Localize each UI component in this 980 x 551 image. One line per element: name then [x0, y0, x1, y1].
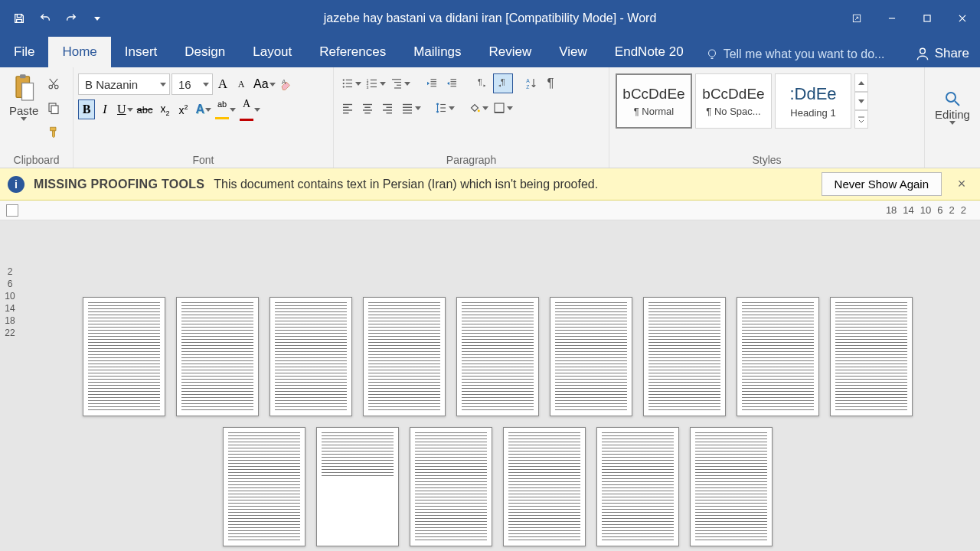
decrease-indent-button[interactable] — [423, 73, 441, 93]
strikethrough-button[interactable]: abc — [135, 99, 155, 119]
ltr-direction-button[interactable]: ¶ — [473, 73, 492, 93]
sort-icon: AZ — [524, 77, 538, 90]
shading-button[interactable] — [466, 98, 488, 118]
align-right-button[interactable] — [378, 98, 397, 118]
subscript-button[interactable]: x2 — [157, 99, 174, 119]
copy-button[interactable] — [44, 98, 63, 118]
underline-button[interactable]: U — [115, 99, 133, 119]
save-button[interactable] — [8, 7, 31, 30]
tab-endnote[interactable]: EndNote 20 — [601, 37, 697, 67]
font-color-button[interactable]: A — [237, 99, 260, 119]
align-center-icon — [361, 101, 374, 115]
tell-me-search[interactable]: Tell me what you want to do... — [697, 41, 904, 67]
page-thumbnail[interactable] — [456, 297, 539, 416]
gallery-up-button[interactable] — [854, 73, 868, 92]
never-show-again-button[interactable]: Never Show Again — [822, 172, 942, 196]
paste-button[interactable]: Paste — [5, 70, 43, 124]
clear-formatting-button[interactable]: A — [277, 74, 296, 94]
line-spacing-button[interactable] — [432, 98, 455, 118]
minimize-button[interactable] — [874, 7, 910, 30]
tab-view[interactable]: View — [545, 37, 601, 67]
page-thumbnail[interactable] — [363, 297, 446, 416]
align-center-button[interactable] — [358, 98, 377, 118]
justify-icon — [400, 101, 414, 115]
svg-text:¶: ¶ — [478, 77, 482, 86]
page-thumbnail[interactable] — [690, 427, 773, 546]
tab-mailings[interactable]: Mailings — [400, 37, 475, 67]
chevron-down-icon — [858, 99, 864, 103]
shrink-font-button[interactable]: A — [233, 74, 250, 94]
page-thumbnail[interactable] — [596, 427, 679, 546]
bold-button[interactable]: B — [78, 99, 95, 119]
gallery-more-button[interactable] — [854, 110, 868, 129]
font-name-combo[interactable]: B Nazanin — [78, 73, 170, 95]
group-label-clipboard: Clipboard — [5, 151, 68, 168]
ribbon-options-button[interactable] — [839, 7, 874, 30]
page-thumbnail[interactable] — [643, 297, 726, 416]
superscript-button[interactable]: x2 — [175, 99, 192, 119]
align-left-button[interactable] — [338, 98, 357, 118]
group-styles: bCcDdEe ¶ Normal bCcDdEe ¶ No Spac... :D… — [609, 67, 925, 168]
tab-file[interactable]: File — [0, 37, 48, 67]
group-editing: Editing — [925, 67, 980, 168]
tab-layout[interactable]: Layout — [239, 37, 305, 67]
qat-customize-button[interactable] — [86, 7, 109, 30]
tab-review[interactable]: Review — [475, 37, 546, 67]
justify-button[interactable] — [398, 98, 421, 118]
page-thumbnail[interactable] — [830, 297, 913, 416]
bullets-button[interactable] — [338, 73, 361, 93]
page-thumbnail[interactable] — [316, 427, 399, 546]
message-close-button[interactable]: × — [951, 176, 972, 192]
highlight-button[interactable]: ab — [213, 99, 236, 119]
maximize-button[interactable] — [910, 7, 945, 30]
page-thumbnail[interactable] — [737, 297, 819, 416]
share-icon — [915, 46, 930, 61]
tab-insert[interactable]: Insert — [111, 37, 172, 67]
italic-button[interactable]: I — [96, 99, 113, 119]
ribbon-tab-row: File Home Insert Design Layout Reference… — [0, 37, 980, 67]
editing-button[interactable]: Editing — [929, 70, 975, 144]
numbering-icon: 123 — [365, 77, 379, 90]
increase-indent-button[interactable] — [443, 73, 461, 93]
change-case-button[interactable]: Aa — [251, 74, 276, 94]
font-size-combo[interactable]: 16 — [172, 73, 213, 95]
tab-design[interactable]: Design — [171, 37, 239, 67]
page-thumbnail[interactable] — [410, 427, 492, 546]
close-button[interactable] — [945, 7, 980, 30]
cut-icon — [47, 77, 60, 90]
cut-button[interactable] — [44, 73, 63, 93]
svg-point-17 — [343, 86, 345, 87]
styles-gallery[interactable]: bCcDdEe ¶ Normal bCcDdEe ¶ No Spac... :D… — [614, 70, 920, 144]
page-thumbnail[interactable] — [83, 297, 165, 416]
page-thumbnail[interactable] — [176, 297, 259, 416]
gallery-down-button[interactable] — [854, 92, 868, 110]
page-thumbnail[interactable] — [270, 297, 352, 416]
style-normal[interactable]: bCcDdEe ¶ Normal — [616, 73, 692, 129]
tab-references[interactable]: References — [305, 37, 400, 67]
svg-rect-2 — [924, 15, 930, 21]
show-marks-button[interactable]: ¶ — [542, 73, 559, 93]
vertical-ruler[interactable]: 2 6 10 14 18 22 — [0, 266, 20, 338]
group-label-paragraph: Paragraph — [338, 151, 604, 168]
document-canvas[interactable]: 2 6 10 14 18 22 — [0, 220, 980, 551]
tab-selector[interactable] — [6, 204, 18, 217]
style-heading-1[interactable]: :DdEe Heading 1 — [775, 73, 851, 129]
style-preview: bCcDdEe — [702, 86, 764, 103]
page-thumbnail[interactable] — [223, 427, 305, 546]
redo-button[interactable] — [60, 7, 83, 30]
numbering-button[interactable]: 123 — [363, 73, 386, 93]
share-button[interactable]: Share — [904, 40, 980, 67]
undo-button[interactable] — [34, 7, 57, 30]
format-painter-button[interactable] — [44, 122, 63, 142]
style-no-spacing[interactable]: bCcDdEe ¶ No Spac... — [695, 73, 772, 129]
tab-home[interactable]: Home — [48, 37, 110, 67]
page-thumbnail[interactable] — [550, 297, 632, 416]
horizontal-ruler[interactable]: 18 14 10 6 2 2 — [0, 201, 980, 220]
multilevel-list-button[interactable] — [387, 73, 410, 93]
page-thumbnail[interactable] — [503, 427, 586, 546]
borders-button[interactable] — [490, 98, 513, 118]
rtl-direction-button[interactable]: ¶ — [493, 73, 513, 93]
grow-font-button[interactable]: A — [214, 74, 231, 94]
sort-button[interactable]: AZ — [522, 73, 541, 93]
text-effects-button[interactable]: A — [194, 99, 212, 119]
